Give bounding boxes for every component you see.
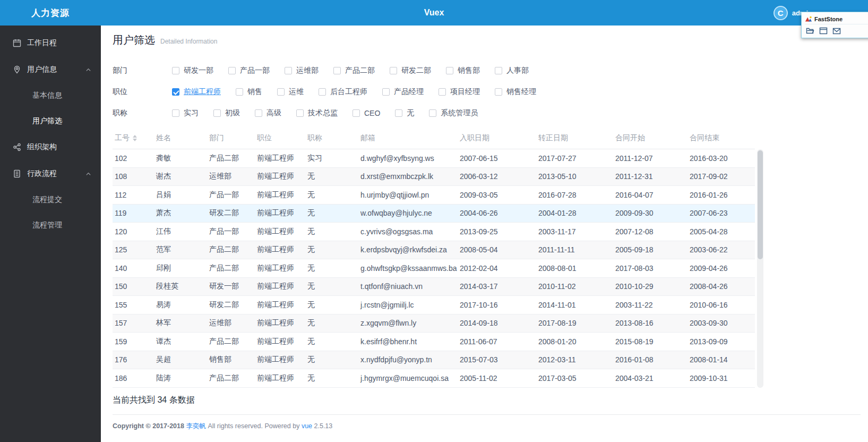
table-cell: 2008-01-14 xyxy=(687,351,755,369)
faststone-capture-panel[interactable]: FastStone xyxy=(801,12,868,38)
filter-checkbox-option[interactable]: 销售 xyxy=(236,87,262,97)
table-row[interactable]: 125范军产品二部前端工程师无k.erdpsbvqyj@rkwfsdei.za2… xyxy=(113,241,755,260)
checkbox[interactable] xyxy=(390,67,397,74)
checkbox[interactable] xyxy=(296,109,304,117)
filter-checkbox-option[interactable]: 前端工程师 xyxy=(172,87,221,97)
filter-checkbox-option[interactable]: CEO xyxy=(353,109,380,117)
filter-checkbox-option[interactable]: 无 xyxy=(395,108,414,118)
table-row[interactable]: 119萧杰研发二部前端工程师无w.ofwqbay@hjulyc.ne2004-0… xyxy=(113,205,755,223)
sidebar-item-user-info[interactable]: 用户信息 xyxy=(0,56,101,83)
table-row[interactable]: 176吴超销售部前端工程师无x.nydfdpjfu@yonyp.tn2015-0… xyxy=(113,351,755,370)
table-cell: 前端工程师 xyxy=(255,149,305,167)
filter-checkbox-option[interactable]: 运维部 xyxy=(285,66,319,75)
filter-checkbox-option[interactable]: 后台工程师 xyxy=(319,87,367,97)
filter-checkbox-option[interactable]: 系统管理员 xyxy=(429,108,478,118)
open-folder-icon[interactable] xyxy=(806,27,814,35)
table-cell: 2009-09-30 xyxy=(613,205,687,223)
checkbox[interactable] xyxy=(255,109,262,117)
filter-checkbox-option[interactable]: 产品经理 xyxy=(382,87,424,97)
filter-checkbox-option[interactable]: 实习 xyxy=(172,108,199,118)
checkbox[interactable] xyxy=(172,109,179,117)
envelope-icon[interactable] xyxy=(832,28,841,35)
filter-checkbox-option[interactable]: 技术总监 xyxy=(296,108,338,118)
checkbox[interactable] xyxy=(172,67,179,74)
checkbox[interactable] xyxy=(236,88,243,96)
sidebar-item-user-filter[interactable]: 用户筛选 xyxy=(0,108,101,134)
checkbox[interactable] xyxy=(382,88,390,96)
filter-checkbox-option[interactable]: 项目经理 xyxy=(439,87,480,97)
checkbox[interactable] xyxy=(439,88,446,96)
checkbox[interactable] xyxy=(172,88,179,96)
faststone-titlebar[interactable]: FastStone xyxy=(805,14,868,24)
table-row[interactable]: 112吕娟产品一部前端工程师无h.urjmby@qtjjiowl.pn2009-… xyxy=(113,186,755,205)
window-icon[interactable] xyxy=(819,27,828,35)
checkbox[interactable] xyxy=(213,109,221,117)
table-row[interactable]: 120江伟产品一部前端工程师无c.yvrivs@ogsgsas.ma2013-0… xyxy=(113,223,755,241)
table-cell: 谭杰 xyxy=(154,333,207,351)
table-cell: 2015-08-19 xyxy=(613,333,687,351)
filter-checkbox-option[interactable]: 初级 xyxy=(213,108,240,118)
checkbox[interactable] xyxy=(319,88,326,96)
filter-checkbox-option[interactable]: 产品一部 xyxy=(228,66,270,75)
checkbox-label: 运维部 xyxy=(296,66,319,75)
table-cell: 2004-03-21 xyxy=(613,369,687,387)
table-cell: 无 xyxy=(305,369,358,387)
table-cell: 运维部 xyxy=(207,314,255,333)
table-cell: 2010-11-02 xyxy=(536,278,613,296)
filter-section: 部门 研发一部 产品一部 运维部 产品二部 研发二部 销售部 人事部 职位 前端… xyxy=(113,60,868,124)
sort-carets-icon[interactable] xyxy=(133,135,137,141)
filter-checkbox-option[interactable]: 运维 xyxy=(277,87,304,97)
table-row[interactable]: 155易涛研发二部前端工程师无j.rcstn@jgmiilj.lc2017-10… xyxy=(113,296,755,314)
table-row[interactable]: 108谢杰运维部前端工程师无d.xrst@emxmbczpk.lk2006-03… xyxy=(113,168,755,186)
user-avatar[interactable]: C xyxy=(774,6,788,20)
filter-checkbox-option[interactable]: 销售部 xyxy=(446,66,480,75)
checkbox[interactable] xyxy=(333,67,341,74)
table-row[interactable]: 102龚敏产品二部前端工程师实习d.wghyf@xyfbsyng.ws2007-… xyxy=(113,149,755,168)
filter-checkbox-option[interactable]: 产品二部 xyxy=(333,66,375,75)
calendar-icon xyxy=(13,39,21,47)
checkbox[interactable] xyxy=(446,67,453,74)
checkbox[interactable] xyxy=(395,109,402,117)
sidebar-item-process-submit[interactable]: 流程提交 xyxy=(0,187,101,212)
table-cell: 2008-01-20 xyxy=(536,333,613,351)
table-row[interactable]: 150段桂英研发一部前端工程师无t.qtfonf@niuach.vn2014-0… xyxy=(113,278,755,296)
sidebar-item-org-structure[interactable]: 组织架构 xyxy=(0,134,101,160)
checkbox[interactable] xyxy=(228,67,236,74)
filter-checkbox-option[interactable]: 研发一部 xyxy=(172,66,213,75)
checkbox[interactable] xyxy=(353,109,360,117)
filter-row: 职位 前端工程师 销售 运维 后台工程师 产品经理 项目经理 销售经理 xyxy=(113,81,868,103)
filter-checkbox-option[interactable]: 研发二部 xyxy=(390,66,431,75)
table-cell: g.ohwftsgkp@kssaanmws.ba xyxy=(358,259,458,277)
table-scrollbar[interactable] xyxy=(757,149,763,388)
page-title: 用户筛选 xyxy=(113,33,155,47)
vue-link[interactable]: vue xyxy=(302,422,312,430)
author-link[interactable]: 李奕帆 xyxy=(186,422,206,430)
table-row[interactable]: 186陆涛产品二部前端工程师无j.hgymrgx@muemcuqoi.sa200… xyxy=(113,369,755,388)
column-header-id[interactable]: 工号 xyxy=(113,127,154,149)
filter-checkbox-option[interactable]: 高级 xyxy=(255,108,281,118)
table-row[interactable]: 157林军运维部前端工程师无z.xgqvm@flwn.ly2014-09-182… xyxy=(113,314,755,333)
sidebar-subitem-label: 流程提交 xyxy=(32,195,62,205)
table-cell: 2017-09-02 xyxy=(687,168,755,186)
table-cell: 2016-01-08 xyxy=(613,351,687,369)
checkbox[interactable] xyxy=(495,67,502,74)
table-row[interactable]: 140邱刚产品二部前端工程师无g.ohwftsgkp@kssaanmws.ba2… xyxy=(113,259,755,278)
sidebar-item-process-manage[interactable]: 流程管理 xyxy=(0,212,101,238)
checkbox[interactable] xyxy=(495,88,502,96)
table-cell: 2004-01-28 xyxy=(536,205,613,223)
filter-checkbox-option[interactable]: 销售经理 xyxy=(495,87,536,97)
table-cell: 108 xyxy=(113,168,154,186)
sidebar-item-work-schedule[interactable]: 工作日程 xyxy=(0,30,101,56)
sidebar-item-basic-info[interactable]: 基本信息 xyxy=(0,83,101,108)
table-cell: 2006-03-12 xyxy=(458,168,536,186)
sidebar-item-admin-process[interactable]: 行政流程 xyxy=(0,160,101,187)
checkbox[interactable] xyxy=(277,88,285,96)
table-row[interactable]: 159谭杰产品二部前端工程师无k.esifrf@bhenr.ht2011-06-… xyxy=(113,333,755,351)
table-cell: 易涛 xyxy=(154,296,207,314)
filter-checkbox-option[interactable]: 人事部 xyxy=(495,66,529,75)
checkbox[interactable] xyxy=(429,109,436,117)
sidebar-item-label: 用户信息 xyxy=(27,65,57,74)
table-cell: 产品一部 xyxy=(207,186,255,204)
scrollbar-thumb[interactable] xyxy=(758,150,763,259)
checkbox[interactable] xyxy=(285,67,292,74)
